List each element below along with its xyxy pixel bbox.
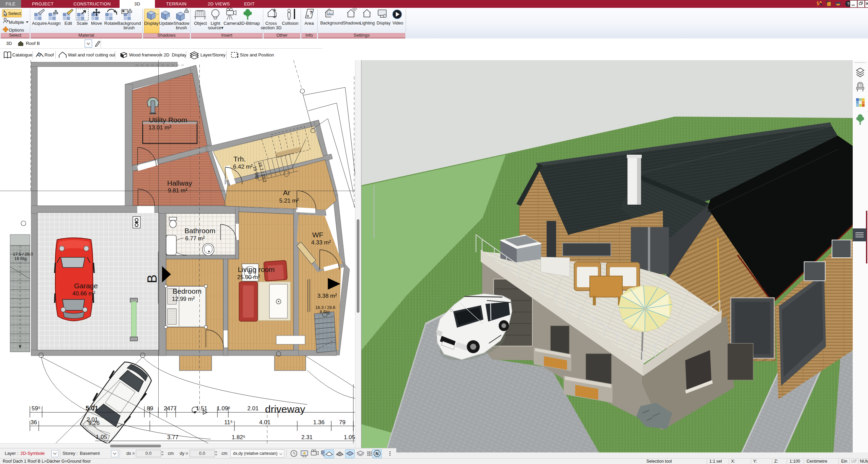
svg-text:79: 79 [339, 419, 346, 426]
svg-text:16.3 / 28.6: 16.3 / 28.6 [315, 305, 335, 310]
svg-text:1.05: 1.05 [96, 434, 107, 440]
svg-text:17.5 / 28.0: 17.5 / 28.0 [13, 252, 33, 257]
svg-text:5.01: 5.01 [86, 405, 98, 412]
svg-text:36: 36 [31, 419, 37, 426]
svg-text:Trh.: Trh. [233, 155, 246, 163]
svg-text:N: N [376, 451, 379, 456]
svg-text:1.05⁵: 1.05⁵ [344, 434, 355, 441]
svg-text:2.01: 2.01 [247, 405, 259, 412]
svg-text:3.38 m²: 3.38 m² [317, 293, 337, 299]
svg-text:Bedroom: Bedroom [173, 287, 201, 295]
svg-text:3.77: 3.77 [167, 434, 178, 441]
svg-text:2.31: 2.31 [301, 434, 313, 441]
svg-text:Utility Room: Utility Room [149, 116, 187, 124]
svg-text:59⁵: 59⁵ [32, 405, 40, 412]
svg-text:Garage: Garage [74, 282, 98, 290]
svg-text:driveway: driveway [265, 403, 305, 415]
svg-text:4.33 m²: 4.33 m² [311, 239, 331, 246]
svg-text:12.99 m²: 12.99 m² [172, 296, 195, 302]
svg-text:1.82⁵: 1.82⁵ [232, 434, 245, 441]
svg-text:40.66 m²: 40.66 m² [72, 290, 95, 297]
svg-text:Hallway: Hallway [167, 179, 192, 187]
svg-text:Ar: Ar [283, 189, 290, 196]
svg-text:?: ? [847, 1, 850, 6]
svg-text:5.21 m²: 5.21 m² [279, 197, 299, 204]
svg-text:6.77 m²: 6.77 m² [185, 235, 205, 242]
svg-text:Bathroom: Bathroom [184, 227, 215, 235]
svg-text:2477: 2477 [164, 405, 177, 412]
svg-text:B: B [145, 275, 159, 283]
svg-text:89: 89 [147, 405, 153, 412]
svg-text:4.01: 4.01 [259, 419, 270, 426]
svg-text:11⁵: 11⁵ [224, 419, 233, 426]
svg-text:6.42 m²: 6.42 m² [233, 164, 253, 170]
svg-text:8 Stg.: 8 Stg. [320, 310, 331, 314]
svg-text:Living room: Living room [238, 265, 275, 273]
svg-text:?: ? [309, 10, 313, 15]
svg-text:1.36: 1.36 [313, 419, 324, 426]
svg-text:25.00 m²: 25.00 m² [237, 274, 260, 280]
svg-text:1.09⁵: 1.09⁵ [217, 405, 230, 412]
svg-text:16 Stg.: 16 Stg. [14, 256, 28, 261]
svg-text:WF: WF [312, 231, 323, 239]
svg-text:9.26: 9.26 [88, 420, 100, 426]
svg-text:13.01 m²: 13.01 m² [148, 124, 171, 131]
svg-text:9.81 m²: 9.81 m² [168, 187, 188, 194]
